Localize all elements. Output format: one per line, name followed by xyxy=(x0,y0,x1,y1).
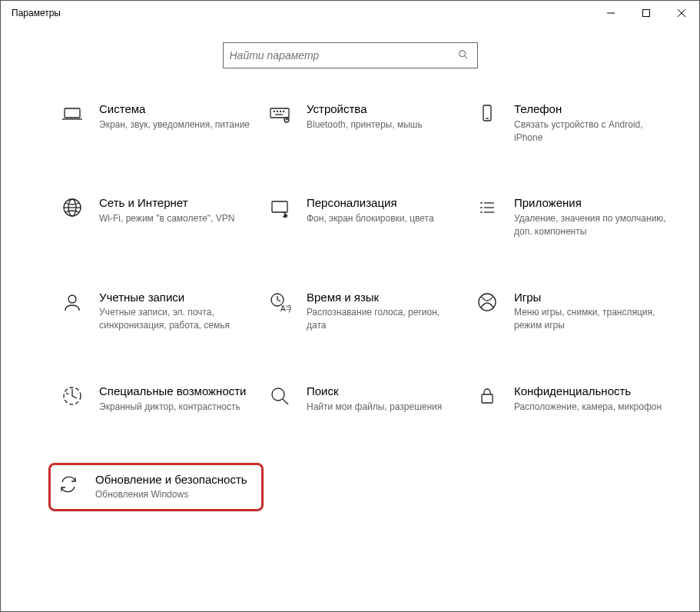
category-desc: Удаление, значения по умолчанию, доп. ко… xyxy=(514,212,668,238)
category-devices[interactable]: УстройстваBluetooth, принтеры, мышь xyxy=(264,99,471,147)
category-title: Время и язык xyxy=(307,291,460,305)
category-time[interactable]: Время и языкРаспознавание голоса, регион… xyxy=(264,288,471,335)
xbox-icon xyxy=(474,291,500,317)
category-text: ПриложенияУдаление, значения по умолчани… xyxy=(514,196,675,238)
category-privacy[interactable]: КонфиденциальностьРасположение, камера, … xyxy=(471,381,678,417)
category-text: Специальные возможностиЭкранный диктор, … xyxy=(99,384,260,414)
categories-grid: СистемаЭкран, звук, уведомления, питание… xyxy=(1,99,699,511)
ease-icon xyxy=(59,384,85,411)
category-update[interactable]: Обновление и безопасностьОбновления Wind… xyxy=(48,463,264,512)
lock-icon xyxy=(474,384,500,411)
category-desc: Wi-Fi, режим "в самолете", VPN xyxy=(99,212,253,225)
category-apps[interactable]: ПриложенияУдаление, значения по умолчани… xyxy=(471,193,678,241)
category-accounts[interactable]: Учетные записиУчетные записи, эл. почта,… xyxy=(56,288,264,335)
category-title: Система xyxy=(99,102,253,117)
category-title: Поиск xyxy=(307,384,460,399)
category-desc: Распознавание голоса, регион, дата xyxy=(307,306,460,332)
category-title: Учетные записи xyxy=(99,291,253,305)
category-desc: Связать устройство с Android, iPhone xyxy=(514,118,668,145)
category-desc: Фон, экран блокировки, цвета xyxy=(307,212,460,225)
svg-rect-1 xyxy=(643,10,650,17)
apps-icon xyxy=(474,196,500,222)
minimize-button[interactable] xyxy=(593,1,629,25)
category-title: Специальные возможности xyxy=(99,384,253,399)
category-desc: Найти мои файлы, разрешения xyxy=(307,401,460,414)
category-desc: Экранный диктор, контрастность xyxy=(99,401,253,414)
brush-icon xyxy=(267,196,293,222)
category-ease[interactable]: Специальные возможностиЭкранный диктор, … xyxy=(56,381,264,417)
category-desc: Меню игры, снимки, трансляция, режим игр… xyxy=(514,306,668,332)
search-box[interactable] xyxy=(223,42,478,68)
category-text: Обновление и безопасностьОбновления Wind… xyxy=(95,473,257,502)
person-icon xyxy=(59,291,85,317)
category-text: ПоискНайти мои файлы, разрешения xyxy=(307,384,468,414)
category-personalize[interactable]: ПерсонализацияФон, экран блокировки, цве… xyxy=(264,193,471,241)
category-text: Учетные записиУчетные записи, эл. почта,… xyxy=(99,291,260,332)
search-icon xyxy=(267,384,293,411)
category-text: ИгрыМеню игры, снимки, трансляция, режим… xyxy=(514,291,675,332)
window-title-text: Параметры xyxy=(12,8,61,18)
svg-line-5 xyxy=(465,56,467,58)
search-icon xyxy=(457,48,471,62)
sync-icon xyxy=(55,473,81,499)
timelang-icon xyxy=(267,291,293,317)
window-controls xyxy=(593,1,699,25)
category-desc: Учетные записи, эл. почта, синхронизация… xyxy=(99,306,253,332)
category-title: Персонализация xyxy=(307,196,460,211)
category-desc: Экран, звук, уведомления, питание xyxy=(99,118,253,131)
search-input[interactable] xyxy=(230,49,457,62)
globe-icon xyxy=(59,196,85,222)
category-desc: Bluetooth, принтеры, мышь xyxy=(307,118,460,131)
category-network[interactable]: Сеть и ИнтернетWi-Fi, режим "в самолете"… xyxy=(56,193,264,241)
category-text: Сеть и ИнтернетWi-Fi, режим "в самолете"… xyxy=(99,196,260,225)
category-text: ПерсонализацияФон, экран блокировки, цве… xyxy=(307,196,468,225)
category-phone[interactable]: ТелефонСвязать устройство с Android, iPh… xyxy=(471,99,678,147)
phone-icon xyxy=(474,102,500,128)
keyboard-icon xyxy=(267,102,293,128)
category-title: Устройства xyxy=(307,102,460,117)
category-gaming[interactable]: ИгрыМеню игры, снимки, трансляция, режим… xyxy=(471,288,678,335)
category-title: Приложения xyxy=(514,196,668,211)
maximize-button[interactable] xyxy=(629,1,664,25)
close-button[interactable] xyxy=(664,1,699,25)
category-text: СистемаЭкран, звук, уведомления, питание xyxy=(99,102,260,131)
category-title: Телефон xyxy=(514,102,668,117)
category-desc: Обновления Windows xyxy=(95,488,249,501)
category-title: Сеть и Интернет xyxy=(99,196,253,211)
category-title: Конфиденциальность xyxy=(514,384,668,399)
category-text: УстройстваBluetooth, принтеры, мышь xyxy=(307,102,468,131)
search-container xyxy=(1,42,699,68)
category-desc: Расположение, камера, микрофон xyxy=(514,401,668,414)
category-text: КонфиденциальностьРасположение, камера, … xyxy=(514,384,675,414)
category-text: Время и языкРаспознавание голоса, регион… xyxy=(307,291,468,332)
category-title: Обновление и безопасность xyxy=(95,473,249,487)
category-system[interactable]: СистемаЭкран, звук, уведомления, питание xyxy=(56,99,264,147)
laptop-icon xyxy=(59,102,85,128)
category-title: Игры xyxy=(514,291,668,305)
category-text: ТелефонСвязать устройство с Android, iPh… xyxy=(514,102,675,144)
svg-point-4 xyxy=(459,51,465,57)
category-search[interactable]: ПоискНайти мои файлы, разрешения xyxy=(264,381,471,417)
